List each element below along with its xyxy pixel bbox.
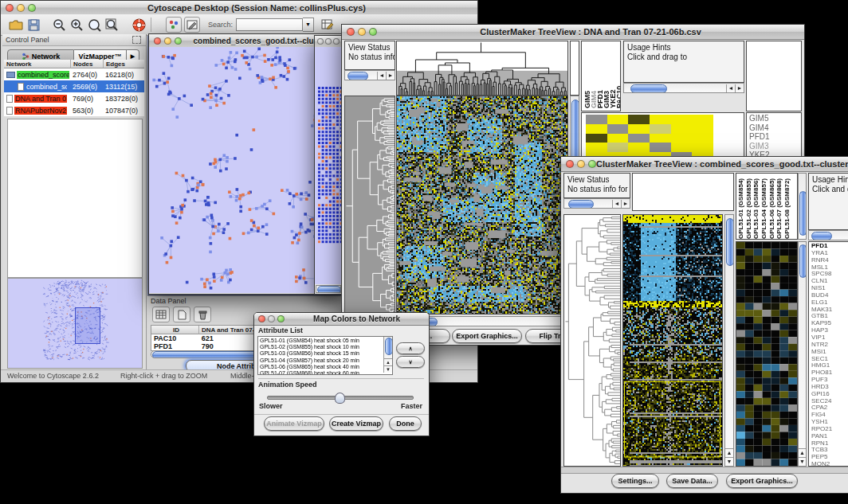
tv2-column-label[interactable]: GPL51-02 (GSM855) (745, 175, 753, 239)
tv1-column-label[interactable]: GIM3 (603, 45, 609, 108)
slider-thumb[interactable] (335, 393, 345, 404)
birdseye-viewport-rect[interactable] (75, 307, 100, 344)
zoom-button[interactable] (277, 315, 285, 322)
tv2-row-label[interactable]: NTR2 (811, 342, 832, 349)
tv2-export-graphics-button[interactable]: Export Graphics... (726, 474, 798, 488)
scroll-left-arrow[interactable]: ◄ (612, 200, 621, 208)
move-up-button[interactable]: ∧ (396, 342, 425, 354)
tv2-row-label[interactable]: RNR4 (811, 257, 832, 264)
birdseye-canvas[interactable] (8, 279, 140, 366)
attribute-list-item[interactable]: GPL51-06 (GSM865) heat shock 40 min (260, 364, 359, 370)
network-table-row[interactable]: combined_scores2764(0)16218(0) (4, 68, 144, 80)
network-tree-whitespace[interactable] (7, 119, 143, 278)
tv2-column-label[interactable]: GPL51-03 (GSM856) (752, 175, 760, 239)
attribute-list-item[interactable]: GPL51-01 (GSM854) heat shock 05 min (260, 338, 359, 344)
tv2-row-label[interactable]: SEC24 (811, 398, 832, 405)
col-header-edges[interactable]: Edges (104, 60, 144, 68)
tv2-view-status-hscrollbar[interactable]: ◄ ► (563, 198, 630, 209)
scroll-down-arrow[interactable]: ▼ (799, 457, 806, 466)
tv1-column-label[interactable]: YKE2 (609, 45, 615, 108)
tv2-row-label[interactable]: ELG1 (811, 299, 832, 307)
minimize-button[interactable] (164, 37, 171, 45)
grid-network-canvas[interactable] (315, 47, 342, 284)
attribute-browser-icon[interactable] (319, 16, 336, 33)
minimize-button[interactable] (17, 4, 25, 12)
tv2-global-heatmap[interactable] (623, 215, 722, 466)
close-button[interactable] (6, 4, 14, 12)
tv2-column-label[interactable]: GPL51-08 (GSM872) (783, 175, 791, 239)
tv1-row-label[interactable]: GIM5 (749, 114, 774, 123)
tv2-row-label[interactable]: PEP5 (811, 454, 832, 461)
network-table-row[interactable]: combined_sco2569(6)13112(15) (4, 80, 144, 92)
tv2-row-label[interactable]: HMG1 (811, 362, 832, 369)
tv1-column-label[interactable]: GIM5 (583, 45, 590, 108)
tv1-row-dendrogram[interactable] (345, 96, 395, 314)
minimize-button[interactable] (325, 38, 332, 45)
help-lifering-icon[interactable] (130, 16, 147, 33)
close-button[interactable] (317, 38, 324, 45)
network-table-row[interactable]: RNAPuberNov2+|563(0)107847(0) (4, 104, 144, 116)
tv2-row-label[interactable]: PAN1 (811, 433, 832, 440)
tv1-column-label[interactable]: GIM4 (590, 45, 596, 108)
tv1-row-label[interactable]: GIM3 (749, 142, 774, 151)
zoom-fit-icon[interactable] (103, 16, 120, 33)
tv2-row-labels-vscrollbar[interactable]: ▲ ▼ (798, 241, 807, 467)
grid-hscroll-thumb[interactable] (317, 286, 341, 293)
attribute-list-vscrollbar[interactable]: ▲ ▼ (383, 337, 392, 373)
tv1-column-dendrogram[interactable] (397, 41, 567, 95)
dialog-animate-vizmap-button[interactable]: Animate Vizmap (264, 416, 324, 431)
tv2-row-label[interactable]: CPA2 (811, 404, 832, 412)
tv2-row-label[interactable]: YRA1 (811, 250, 832, 257)
float-panel-icon[interactable] (132, 36, 141, 44)
attribute-list-item[interactable]: GPL51-03 (GSM856) heat shock 15 min (260, 350, 359, 357)
tv2-row-label[interactable]: VIP1 (811, 334, 832, 342)
tv2-row-label[interactable]: HAP3 (811, 327, 832, 334)
tv2-row-label[interactable]: KAP95 (811, 320, 832, 327)
search-input[interactable] (236, 18, 303, 31)
tv2-row-label[interactable]: PHO81 (811, 369, 832, 377)
network-table-row[interactable]: DNA and Tran 07769(0)183728(0) (4, 92, 144, 104)
tv2-row-label[interactable]: RPN1 (811, 440, 832, 447)
tv2-row-label[interactable]: PUF3 (811, 377, 832, 384)
scroll-down-arrow[interactable]: ▼ (384, 365, 392, 373)
zoom-button[interactable] (333, 38, 340, 45)
minimize-button[interactable] (577, 160, 585, 168)
grid-window-titlebar[interactable] (315, 36, 344, 48)
close-button[interactable] (566, 160, 574, 168)
tv2-heatmap-vscrollbar[interactable]: ▲ ▼ (724, 214, 734, 467)
tv2-row-label[interactable]: BUD4 (811, 292, 832, 299)
scroll-down-arrow[interactable]: ▼ (725, 457, 733, 466)
save-session-icon[interactable] (25, 16, 42, 33)
scroll-up-arrow[interactable]: ▲ (384, 358, 392, 365)
tv2-row-label[interactable]: MSL1 (811, 264, 832, 272)
tv2-row-label[interactable]: RPO21 (811, 426, 832, 433)
birdseye-view[interactable] (7, 278, 143, 369)
col-header-network[interactable]: Network (4, 60, 71, 68)
tv1-view-status-hscrollbar[interactable]: ◄ ► (344, 70, 395, 80)
tv2-row-label[interactable]: NIS1 (811, 285, 832, 292)
open-session-icon[interactable] (7, 16, 25, 33)
tv2-save-data-button[interactable]: Save Data... (666, 474, 718, 488)
scroll-thumb[interactable] (347, 72, 368, 80)
scroll-right-arrow[interactable]: ► (386, 72, 395, 80)
vizmapper-nodes-icon[interactable] (166, 17, 182, 33)
tv2-row-label[interactable]: MON2 (811, 461, 832, 467)
tv1-usage-hints-hscrollbar[interactable]: ◄ ► (623, 83, 744, 93)
scroll-thumb[interactable] (799, 244, 807, 278)
dialog-titlebar[interactable]: Map Colors to Network (254, 313, 429, 326)
network-canvas[interactable] (149, 47, 342, 293)
tv1-column-label[interactable]: PAC10 (615, 45, 621, 108)
tv2-zoom-heatmap[interactable] (736, 242, 797, 466)
scroll-thumb[interactable] (726, 218, 734, 266)
scroll-thumb[interactable] (568, 200, 594, 209)
zoom-button[interactable] (588, 160, 596, 168)
scroll-right-arrow[interactable]: ► (735, 84, 744, 92)
tv2-column-label[interactable]: GPL51-07 (GSM868) (775, 175, 783, 239)
annotation-icon[interactable] (184, 17, 200, 33)
zoom-button[interactable] (175, 37, 182, 45)
minimize-button[interactable] (268, 315, 275, 322)
scroll-right-arrow[interactable]: ► (621, 200, 630, 208)
zoom-button[interactable] (369, 28, 377, 36)
grid-hscrollbar[interactable] (316, 285, 341, 293)
new-attribute-icon[interactable] (173, 307, 190, 322)
